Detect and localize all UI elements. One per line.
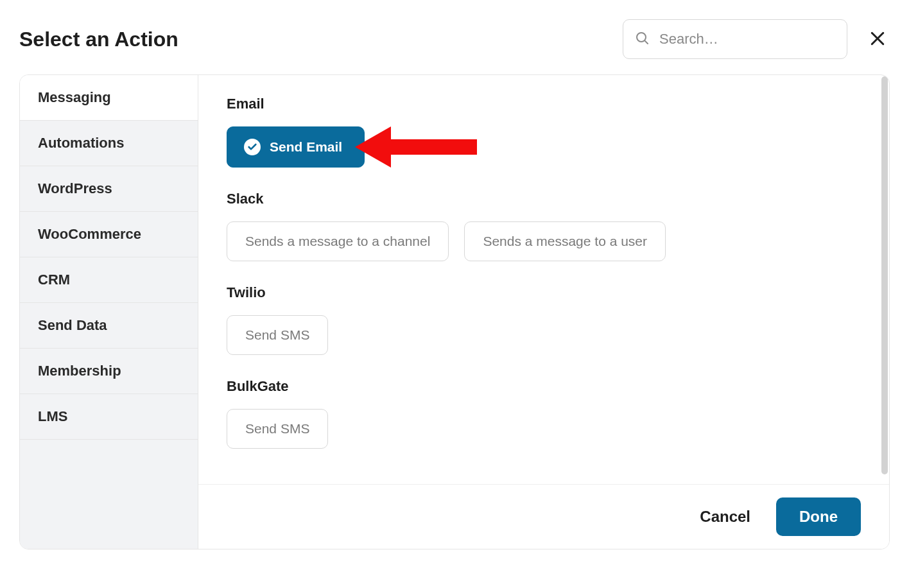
modal-footer: Cancel Done <box>198 484 889 549</box>
done-button[interactable]: Done <box>776 497 861 536</box>
modal-header: Select an Action <box>19 19 890 59</box>
action-label: Send SMS <box>245 421 309 437</box>
group-bulkgate: BulkGate Send SMS <box>227 378 861 449</box>
actions-content: Email Send Email <box>198 75 889 484</box>
group-email: Email Send Email <box>227 96 861 168</box>
sidebar-item-automations[interactable]: Automations <box>20 121 198 166</box>
sidebar-item-woocommerce[interactable]: WooCommerce <box>20 212 198 257</box>
sidebar-item-crm[interactable]: CRM <box>20 257 198 303</box>
action-label: Sends a message to a channel <box>245 234 430 249</box>
scrollbar-thumb[interactable] <box>881 76 888 474</box>
annotation-arrow <box>355 115 483 179</box>
search-icon <box>634 30 650 48</box>
modal-panel: Messaging Automations WordPress WooComme… <box>19 74 890 549</box>
modal-header-right <box>623 19 890 59</box>
close-icon <box>868 40 887 50</box>
group-actions: Send Email <box>227 126 861 168</box>
action-slack-channel[interactable]: Sends a message to a channel <box>227 221 449 261</box>
sidebar-item-send-data[interactable]: Send Data <box>20 303 198 349</box>
group-title: Slack <box>227 191 861 207</box>
sidebar-item-wordpress[interactable]: WordPress <box>20 166 198 212</box>
action-bulkgate-send-sms[interactable]: Send SMS <box>227 409 328 449</box>
select-action-modal: Select an Action Messaging Automations W… <box>0 0 909 549</box>
group-actions: Send SMS <box>227 315 861 355</box>
svg-marker-4 <box>355 126 477 168</box>
sidebar-item-messaging[interactable]: Messaging <box>20 75 198 121</box>
group-title: Twilio <box>227 284 861 301</box>
action-twilio-send-sms[interactable]: Send SMS <box>227 315 328 355</box>
svg-line-1 <box>645 41 648 44</box>
search-input[interactable] <box>623 19 847 59</box>
group-twilio: Twilio Send SMS <box>227 284 861 355</box>
action-label: Send Email <box>270 139 342 155</box>
action-send-email[interactable]: Send Email <box>227 126 365 168</box>
content-wrap: Email Send Email <box>198 75 889 549</box>
close-button[interactable] <box>865 26 890 53</box>
group-actions: Send SMS <box>227 409 861 449</box>
group-actions: Sends a message to a channel Sends a mes… <box>227 221 861 261</box>
cancel-button[interactable]: Cancel <box>697 501 753 532</box>
sidebar-item-membership[interactable]: Membership <box>20 349 198 394</box>
category-sidebar: Messaging Automations WordPress WooComme… <box>20 75 198 549</box>
group-title: Email <box>227 96 861 112</box>
group-slack: Slack Sends a message to a channel Sends… <box>227 191 861 261</box>
sidebar-item-lms[interactable]: LMS <box>20 394 198 440</box>
svg-point-0 <box>637 33 646 42</box>
action-slack-user[interactable]: Sends a message to a user <box>464 221 666 261</box>
search-field <box>623 19 847 59</box>
modal-title: Select an Action <box>19 28 178 51</box>
action-label: Send SMS <box>245 327 309 343</box>
action-label: Sends a message to a user <box>483 234 647 249</box>
group-title: BulkGate <box>227 378 861 395</box>
check-icon <box>244 139 261 155</box>
